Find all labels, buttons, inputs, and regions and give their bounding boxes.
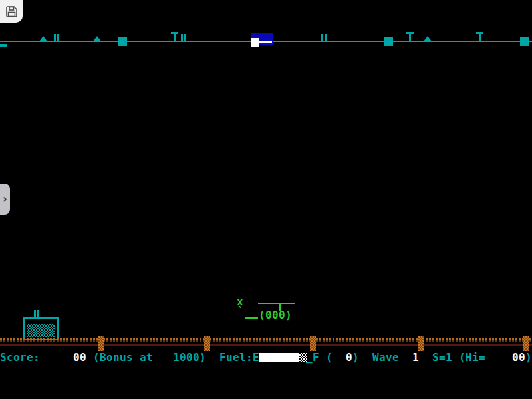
skyline-sprite-pylon bbox=[321, 34, 327, 41]
fuel-gauge-dither bbox=[299, 353, 307, 362]
ground-post bbox=[310, 336, 316, 351]
skyline-sprite-block bbox=[384, 37, 393, 46]
status-segment: Score: bbox=[0, 351, 40, 364]
status-segment: ) bbox=[525, 351, 532, 364]
status-segment: 00 bbox=[73, 351, 86, 364]
landing-pad-square bbox=[251, 38, 259, 47]
game-screen: x ` (000) Score: 00 (Bonus at 1000) Fuel… bbox=[0, 0, 532, 399]
status-segment: 1 bbox=[412, 351, 419, 364]
skyline-sprite-block bbox=[118, 37, 127, 46]
sidebar-toggle-button[interactable]: › bbox=[0, 184, 10, 215]
helicopter-body: (000) bbox=[259, 310, 292, 321]
skyline-sprite-block bbox=[520, 37, 529, 46]
ground-post bbox=[98, 336, 104, 351]
skyline-sprite-tower bbox=[171, 32, 178, 41]
ground-post bbox=[523, 336, 529, 351]
skyline-ledge bbox=[0, 44, 7, 47]
status-segment bbox=[40, 351, 73, 364]
status-segment: ) Wave bbox=[352, 351, 412, 364]
ground-bricks bbox=[0, 338, 532, 342]
helicopter-canopy: ` bbox=[237, 306, 244, 317]
skyline-sprite-tower bbox=[406, 32, 414, 41]
skyline-sprite-tower bbox=[476, 32, 483, 41]
ground-post bbox=[418, 336, 424, 351]
skyline-sprite-pylon bbox=[181, 34, 186, 41]
skyline-sprite-tree bbox=[93, 36, 101, 41]
helicopter-tail bbox=[245, 317, 258, 319]
helicopter-rotor bbox=[258, 303, 295, 304]
status-segment: _F ( bbox=[306, 351, 346, 364]
skyline-sprite-pylon bbox=[54, 34, 59, 41]
depot-dither-fill bbox=[27, 324, 55, 337]
save-button[interactable] bbox=[0, 0, 23, 23]
chevron-right-icon: › bbox=[3, 194, 7, 205]
status-segment: S=1 (Hi= bbox=[419, 351, 512, 364]
floppy-disk-icon bbox=[5, 5, 18, 18]
status-segment: 0 bbox=[346, 351, 352, 364]
landing-pad bbox=[251, 33, 273, 47]
depot-chimney bbox=[34, 310, 36, 317]
ground-underline bbox=[0, 344, 532, 346]
landing-pad-line bbox=[259, 41, 272, 43]
fuel-gauge bbox=[259, 353, 299, 362]
skyline-sprite-tree bbox=[39, 36, 47, 41]
depot-chimney bbox=[37, 310, 39, 317]
status-segment: (Bonus at 1000) Fuel:E bbox=[86, 351, 259, 364]
ground-post bbox=[204, 336, 210, 351]
status-segment: 00 bbox=[512, 351, 525, 364]
skyline-sprite-tree bbox=[424, 36, 432, 41]
